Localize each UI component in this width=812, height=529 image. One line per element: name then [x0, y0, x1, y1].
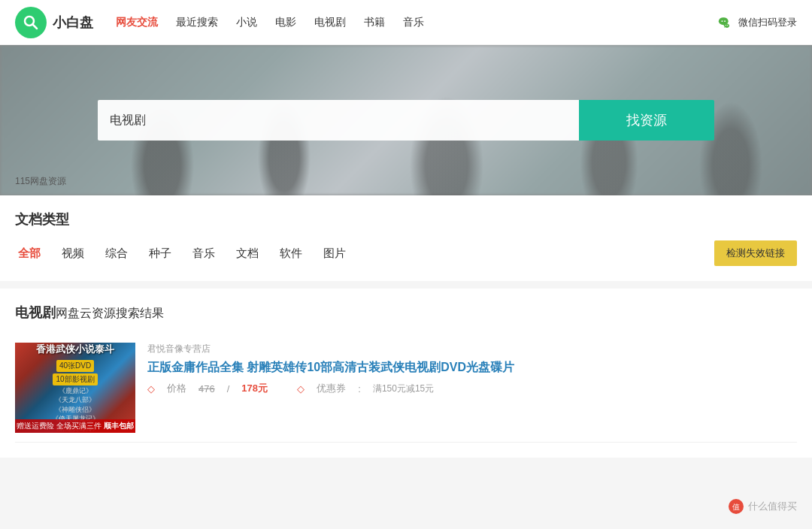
hero-section: 找资源 115网盘资源 — [0, 45, 812, 195]
product-image-shipping: 赠送运费险 全场买满三件 顺丰包邮 — [15, 419, 135, 433]
logo-text: 小白盘 — [53, 14, 93, 32]
coupon-diamond-icon: ◇ — [297, 383, 304, 394]
filter-row: 全部 视频 综合 种子 音乐 文档 软件 图片 检测失效链接 — [15, 240, 797, 266]
svg-point-4 — [724, 20, 726, 22]
nav-item-tv[interactable]: 电视剧 — [314, 16, 346, 29]
search-bar-container: 找资源 — [98, 100, 714, 141]
filter-tag-all[interactable]: 全部 — [15, 245, 44, 262]
filter-tag-video[interactable]: 视频 — [59, 245, 87, 262]
filter-section: 文档类型 全部 视频 综合 种子 音乐 文档 软件 图片 检测失效链接 — [0, 195, 812, 281]
product-image-badge2: 10部影视剧 — [53, 373, 97, 385]
results-section: 电视剧网盘云资源搜索结果 香港武侠小说泰斗 40张DVD 10部影视剧 《鹿鼎记… — [0, 289, 812, 458]
login-text: 微信扫码登录 — [738, 16, 797, 29]
results-title-suffix: 网盘云资源搜索结果 — [56, 307, 164, 319]
price-current: 178元 — [241, 382, 268, 395]
filter-tag-music[interactable]: 音乐 — [189, 245, 218, 262]
header: 小白盘 网友交流 最近搜索 小说 电影 电视剧 书籍 音乐 微信扫码登录 — [0, 0, 812, 45]
product-card: 香港武侠小说泰斗 40张DVD 10部影视剧 《鹿鼎记》《天龙八部》《神雕侠侣》… — [15, 334, 797, 443]
main-nav: 网友交流 最近搜索 小说 电影 电视剧 书籍 音乐 — [116, 16, 717, 29]
coupon-text: 满150元减15元 — [373, 382, 434, 395]
filter-tag-general[interactable]: 综合 — [102, 245, 131, 262]
svg-line-1 — [33, 24, 38, 29]
product-price: ◇ 价格 476/ 178元 ◇ 优惠券: 满150元减15元 — [147, 382, 797, 395]
shop-name: 君悦音像专营店 — [147, 343, 797, 355]
results-keyword: 电视剧 — [15, 305, 56, 320]
svg-point-3 — [722, 20, 723, 22]
nav-item-music[interactable]: 音乐 — [403, 16, 424, 29]
filter-tag-image[interactable]: 图片 — [320, 245, 349, 262]
nav-item-book[interactable]: 书籍 — [364, 16, 385, 29]
nav-item-community[interactable]: 网友交流 — [116, 16, 158, 29]
product-image: 香港武侠小说泰斗 40张DVD 10部影视剧 《鹿鼎记》《天龙八部》《神雕侠侣》… — [15, 343, 135, 433]
nav-item-movie[interactable]: 电影 — [275, 16, 296, 29]
wechat-icon — [717, 14, 734, 31]
product-image-title: 香港武侠小说泰斗 — [36, 343, 114, 356]
product-info: 君悦音像专营店 正版金庸作品全集 射雕英雄传10部高清古装武侠电视剧DVD光盘碟… — [147, 343, 797, 433]
svg-point-6 — [727, 25, 728, 26]
filter-title: 文档类型 — [15, 210, 797, 228]
logo-area[interactable]: 小白盘 — [15, 7, 93, 38]
product-title[interactable]: 正版金庸作品全集 射雕英雄传10部高清古装武侠电视剧DVD光盘碟片 — [147, 360, 797, 376]
price-label: 价格 — [167, 382, 186, 395]
logo-icon — [15, 7, 47, 38]
svg-point-5 — [726, 25, 726, 26]
nav-item-recent[interactable]: 最近搜索 — [176, 16, 218, 29]
search-button[interactable]: 找资源 — [579, 100, 714, 141]
product-image-badge1: 40张DVD — [56, 360, 94, 372]
search-input[interactable] — [98, 100, 579, 141]
price-original: 476 — [198, 383, 215, 394]
login-area[interactable]: 微信扫码登录 — [717, 14, 797, 31]
filter-tag-software[interactable]: 软件 — [277, 245, 305, 262]
price-diamond-icon: ◇ — [147, 383, 155, 394]
product-image-inner: 香港武侠小说泰斗 40张DVD 10部影视剧 《鹿鼎记》《天龙八部》《神雕侠侣》… — [15, 343, 135, 433]
results-title: 电视剧网盘云资源搜索结果 — [15, 304, 797, 322]
filter-tag-doc[interactable]: 文档 — [233, 245, 262, 262]
filter-tags: 全部 视频 综合 种子 音乐 文档 软件 图片 — [15, 245, 349, 262]
detect-button[interactable]: 检测失效链接 — [714, 240, 797, 266]
coupon-label: 优惠券 — [317, 382, 346, 395]
filter-tag-torrent[interactable]: 种子 — [146, 245, 174, 262]
nav-item-novel[interactable]: 小说 — [236, 16, 257, 29]
source-label: 115网盘资源 — [15, 175, 66, 188]
